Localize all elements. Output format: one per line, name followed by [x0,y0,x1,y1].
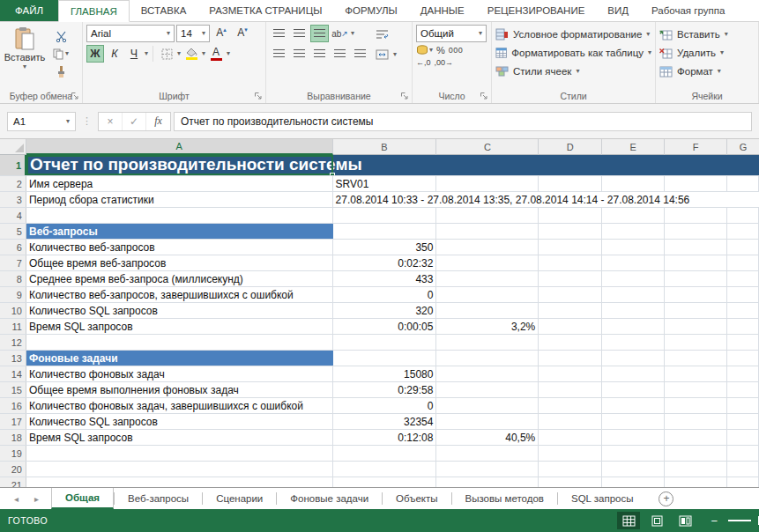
cell-B18[interactable]: 0:12:08 [333,430,437,445]
column-header-E[interactable]: E [602,139,665,155]
cell-A20[interactable] [26,462,333,477]
cell-B21[interactable] [333,477,437,487]
cell-F19[interactable] [665,446,727,461]
cell-B11[interactable]: 0:00:05 [333,319,437,334]
comma-style-button[interactable]: 000 [449,46,464,55]
zoom-slider[interactable] [728,520,751,521]
row-header-1[interactable]: 1 [0,155,26,175]
increase-indent-button[interactable] [351,45,369,63]
clipboard-dialog-launcher[interactable] [71,92,79,100]
cell-D4[interactable] [539,208,602,223]
cell-B19[interactable] [333,446,437,461]
tab-formulas[interactable]: ФОРМУЛЫ [333,0,408,21]
cell-F9[interactable] [665,287,727,302]
zoom-out-button[interactable]: − [711,514,718,528]
cell-E13[interactable] [602,351,665,366]
cell-E18[interactable] [602,430,665,445]
font-name-combo[interactable]: Arial ▾ [86,25,175,42]
cell-D16[interactable] [539,398,602,413]
cell-D8[interactable] [539,271,602,286]
tab-workgroup[interactable]: Рабочая группа [640,0,736,21]
decrease-font-button[interactable]: А▾ [233,25,252,42]
row-header-6[interactable]: 6 [0,240,26,255]
cell-B16[interactable]: 0 [333,398,437,413]
cell-D2[interactable] [539,176,602,191]
cell-D5[interactable] [539,224,602,239]
select-all-corner[interactable] [0,139,26,155]
cell-A12[interactable] [26,335,333,350]
cell-styles-button[interactable]: Стили ячеек ▾ [495,62,651,80]
cell-F11[interactable] [665,319,727,334]
fill-color-button[interactable] [182,45,200,63]
cell-D10[interactable] [539,303,602,318]
cell-E19[interactable] [602,446,665,461]
cell-A16[interactable]: Количество фоновых задач, завершившихся … [26,398,333,413]
font-color-button[interactable]: А [207,45,225,63]
cell-A15[interactable]: Общее время выполнения фоновых задач [26,382,333,397]
sheet-tab-1[interactable]: Общая [51,488,114,509]
row-header-10[interactable]: 10 [0,303,26,318]
increase-font-button[interactable]: А▴ [212,25,231,42]
row-header-19[interactable]: 19 [0,446,26,461]
align-left-button[interactable] [270,45,288,63]
cell-G13[interactable] [727,351,759,366]
sheet-tab-3[interactable]: Сценарии [203,488,276,509]
insert-function-button[interactable]: fx [146,113,170,130]
cell-F20[interactable] [665,462,727,477]
column-header-G[interactable]: G [727,139,759,155]
cell-G4[interactable] [727,208,759,223]
cell-A14[interactable]: Количество фоновых задач [26,366,333,381]
cut-button[interactable] [49,28,72,44]
row-header-7[interactable]: 7 [0,255,26,270]
cell-C15[interactable] [436,382,539,397]
tab-page-layout[interactable]: РАЗМЕТКА СТРАНИЦЫ [197,0,333,21]
cell-B2[interactable]: SRV01 [333,176,437,191]
align-bottom-button[interactable] [310,25,329,42]
cell-A21[interactable] [26,477,333,487]
align-middle-button[interactable] [290,25,309,42]
cell-E20[interactable] [602,462,665,477]
decrease-decimal-button[interactable]: ,00→ [435,58,454,67]
tab-home[interactable]: ГЛАВНАЯ [58,0,130,22]
cell-B3[interactable]: 27.08.2014 10:33 - 27.08.2014 13:35, 27.… [333,192,759,207]
paste-button[interactable]: Вставить ▾ [4,25,46,79]
font-dialog-launcher[interactable] [254,92,263,100]
align-center-button[interactable] [290,45,309,63]
cell-F10[interactable] [665,303,727,318]
cell-F8[interactable] [665,271,727,286]
cell-D14[interactable] [539,366,602,381]
cell-B7[interactable]: 0:02:32 [333,255,437,270]
column-header-B[interactable]: B [333,139,437,155]
cell-E5[interactable] [602,224,665,239]
percent-style-button[interactable]: % [436,45,445,55]
cell-A8[interactable]: Среднее время веб-запроса (миллисекунд) [26,271,333,286]
cell-B8[interactable]: 433 [333,271,437,286]
enter-entry-button[interactable]: ✓ [123,113,146,130]
cell-C18[interactable]: 40,5% [436,430,539,445]
cell-C8[interactable] [436,271,539,286]
copy-button[interactable]: ▾ [49,46,72,62]
cell-C16[interactable] [436,398,539,413]
new-sheet-button[interactable]: + [659,491,673,506]
cell-B20[interactable] [333,462,437,477]
cell-A3[interactable]: Период сбора статистики [26,192,333,207]
cell-C10[interactable] [436,303,539,318]
cell-D18[interactable] [539,430,602,445]
cell-B17[interactable]: 32354 [333,414,437,429]
column-header-C[interactable]: C [436,139,539,155]
conditional-formatting-button[interactable]: Условное форматирование ▾ [495,25,651,43]
cell-C6[interactable] [436,240,539,255]
cell-F14[interactable] [665,366,727,381]
cell-E12[interactable] [602,335,665,350]
cell-G8[interactable] [727,271,759,286]
cell-E7[interactable] [602,255,665,270]
cell-A9[interactable]: Количество веб-запросов, завершившихся с… [26,287,333,302]
cell-B13[interactable] [333,351,437,366]
cell-A18[interactable]: Время SQL запросов [26,430,333,445]
cell-C12[interactable] [436,335,539,350]
cell-A6[interactable]: Количество веб-запросов [26,240,333,255]
cell-A10[interactable]: Количество SQL запросов [26,303,333,318]
cell-B6[interactable]: 350 [333,240,437,255]
row-header-2[interactable]: 2 [0,176,26,191]
cell-G9[interactable] [727,287,759,302]
